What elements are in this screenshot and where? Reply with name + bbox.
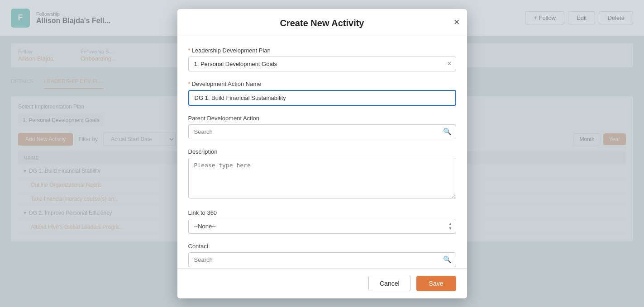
pda-search-wrapper: 🔍: [188, 124, 456, 139]
dan-label: *Development Action Name: [188, 80, 456, 87]
pda-form-group: Parent Development Action 🔍: [188, 115, 456, 139]
link360-select[interactable]: --None--: [188, 219, 456, 234]
description-textarea[interactable]: [188, 158, 456, 198]
pda-search-input[interactable]: [188, 124, 456, 139]
description-label: Description: [188, 148, 456, 155]
modal-close-button[interactable]: ×: [454, 17, 460, 27]
modal-header: Create New Activity ×: [177, 9, 467, 36]
contact-search-icon[interactable]: 🔍: [443, 255, 452, 264]
dan-input[interactable]: [188, 90, 456, 106]
ldp-clear-icon[interactable]: ×: [447, 60, 451, 68]
link360-label: Link to 360: [188, 209, 456, 216]
modal-title: Create New Activity: [188, 18, 456, 28]
ldp-label: *Leadership Development Plan: [188, 47, 456, 54]
ldp-select-wrapper: 1. Personal Development Goals ×: [188, 57, 456, 71]
contact-label: Contact: [188, 243, 456, 250]
modal-footer: Cancel Save: [177, 268, 467, 298]
pda-label: Parent Development Action: [188, 115, 456, 122]
save-button[interactable]: Save: [416, 276, 456, 291]
cancel-button[interactable]: Cancel: [368, 276, 411, 291]
link360-form-group: Link to 360 --None-- ▲ ▼: [188, 209, 456, 234]
contact-search-input[interactable]: [188, 252, 456, 267]
modal-overlay: Create New Activity × *Leadership Develo…: [0, 0, 644, 307]
link360-spinner-wrapper: --None-- ▲ ▼: [188, 219, 456, 234]
contact-search-wrapper: 🔍: [188, 252, 456, 267]
dan-form-group: *Development Action Name: [188, 80, 456, 106]
ldp-form-group: *Leadership Development Plan 1. Personal…: [188, 47, 456, 71]
contact-form-group: Contact 🔍: [188, 243, 456, 267]
modal-body: *Leadership Development Plan 1. Personal…: [177, 36, 467, 268]
description-form-group: Description: [188, 148, 456, 200]
ldp-required-star: *: [188, 47, 191, 54]
create-activity-modal: Create New Activity × *Leadership Develo…: [177, 9, 467, 298]
dan-required-star: *: [188, 80, 191, 87]
pda-search-icon[interactable]: 🔍: [443, 128, 452, 136]
ldp-select[interactable]: 1. Personal Development Goals: [188, 57, 456, 71]
